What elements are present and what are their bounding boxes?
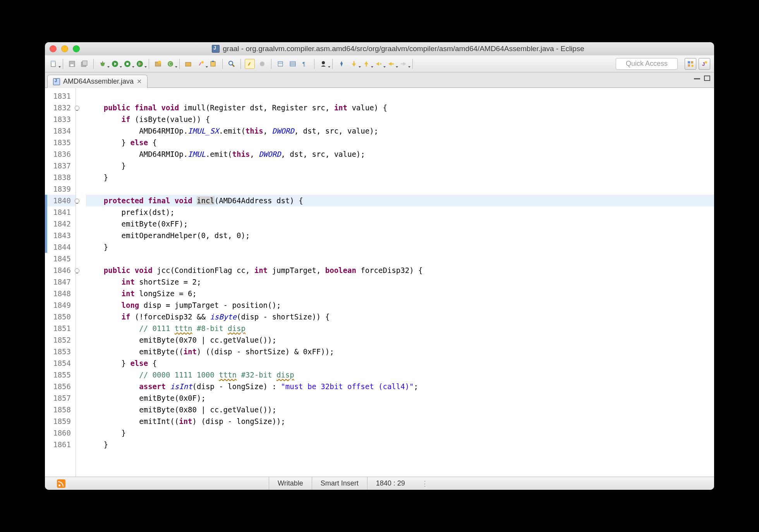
code-line[interactable]: int shortSize = 2;: [86, 276, 714, 288]
fold-toggle-icon[interactable]: [75, 106, 79, 110]
status-overflow-icon[interactable]: ⋮: [421, 479, 429, 488]
code-line[interactable]: prefix(dst);: [86, 206, 714, 218]
line-number[interactable]: 1851: [45, 323, 76, 334]
code-line[interactable]: if (isByte(value)) {: [86, 113, 714, 125]
code-line[interactable]: emitByte((int) ((disp - shortSize) & 0xF…: [86, 346, 714, 357]
code-line[interactable]: protected final void incl(AMD64Address d…: [86, 195, 714, 206]
editor-tab[interactable]: AMD64Assembler.java ✕: [47, 75, 148, 88]
code-line[interactable]: public final void imull(Register dst, Re…: [86, 102, 714, 113]
code-line[interactable]: } else {: [86, 357, 714, 369]
line-number[interactable]: 1855: [45, 369, 76, 381]
code-line[interactable]: }: [86, 241, 714, 253]
line-number[interactable]: 1859: [45, 415, 76, 427]
code-line[interactable]: emitByte(0x80 | cc.getValue());: [86, 404, 714, 415]
line-number[interactable]: 1856: [45, 381, 76, 392]
code-line[interactable]: }: [86, 172, 714, 183]
code-line[interactable]: assert isInt(disp - longSize) : "must be…: [86, 381, 714, 392]
line-number[interactable]: 1834: [45, 125, 76, 137]
forward-button[interactable]: [398, 59, 409, 69]
line-number[interactable]: 1857: [45, 392, 76, 404]
working-set-button[interactable]: [318, 59, 328, 69]
code-line[interactable]: emitOperandHelper(0, dst, 0);: [86, 230, 714, 241]
zoom-window-button[interactable]: [73, 45, 80, 52]
toggle-mark-occurrences-button[interactable]: [245, 59, 255, 69]
close-window-button[interactable]: [50, 45, 57, 52]
code-line[interactable]: [86, 90, 714, 102]
code-line[interactable]: [86, 253, 714, 264]
line-number[interactable]: 1860: [45, 427, 76, 439]
run-button[interactable]: [110, 59, 120, 69]
line-number[interactable]: 1839: [45, 183, 76, 195]
line-number[interactable]: 1835: [45, 137, 76, 148]
minimize-editor-button[interactable]: [694, 76, 700, 79]
line-number[interactable]: 1861: [45, 439, 76, 450]
line-number[interactable]: 1846: [45, 264, 76, 276]
fold-toggle-icon[interactable]: [75, 199, 79, 203]
line-number[interactable]: 1849: [45, 299, 76, 311]
code-line[interactable]: AMD64RMIOp.IMUL_SX.emit(this, DWORD, dst…: [86, 125, 714, 137]
code-line[interactable]: }: [86, 427, 714, 439]
line-number[interactable]: 1858: [45, 404, 76, 415]
open-perspective-button[interactable]: [685, 58, 696, 70]
tab-close-button[interactable]: ✕: [137, 78, 142, 85]
line-number[interactable]: 1837: [45, 160, 76, 172]
line-number[interactable]: 1842: [45, 218, 76, 230]
code-line[interactable]: emitByte(0x70 | cc.getValue());: [86, 334, 714, 346]
rss-icon[interactable]: [57, 479, 65, 488]
maximize-editor-button[interactable]: [704, 76, 710, 81]
code-line[interactable]: public void jcc(ConditionFlag cc, int ju…: [86, 264, 714, 276]
prev-annotation-button[interactable]: [361, 59, 371, 69]
next-annotation-button[interactable]: [349, 59, 359, 69]
line-number[interactable]: 1841: [45, 206, 76, 218]
code-line[interactable]: } else {: [86, 137, 714, 148]
code-line[interactable]: emitInt((int) (disp - longSize));: [86, 415, 714, 427]
toggle-block-selection-button[interactable]: [257, 59, 267, 69]
line-number[interactable]: 1836: [45, 148, 76, 160]
search-button[interactable]: [227, 59, 237, 69]
line-number[interactable]: 1833: [45, 113, 76, 125]
line-number[interactable]: 1840: [45, 195, 76, 206]
code-line[interactable]: emitByte(0x0F);: [86, 392, 714, 404]
line-number[interactable]: 1847: [45, 276, 76, 288]
pin-editor-button[interactable]: [337, 59, 347, 69]
external-run-button[interactable]: [135, 59, 145, 69]
code-line[interactable]: AMD64RMIOp.IMUL.emit(this, DWORD, dst, s…: [86, 148, 714, 160]
open-type-button[interactable]: [184, 59, 194, 69]
line-number[interactable]: 1854: [45, 357, 76, 369]
line-number[interactable]: 1852: [45, 334, 76, 346]
save-button[interactable]: [67, 59, 77, 69]
code-line[interactable]: }: [86, 160, 714, 172]
new-java-project-button[interactable]: [153, 59, 163, 69]
code-area[interactable]: public final void imull(Register dst, Re…: [76, 88, 714, 477]
code-line[interactable]: }: [86, 439, 714, 450]
line-number[interactable]: 1838: [45, 172, 76, 183]
debug-button[interactable]: [98, 59, 108, 69]
paragraph-button[interactable]: ¶: [300, 59, 310, 69]
fold-toggle-icon[interactable]: [75, 268, 79, 273]
line-number-gutter[interactable]: 1831183218331834183518361837183818391840…: [45, 88, 76, 477]
last-edit-location-button[interactable]: [374, 59, 384, 69]
save-all-button[interactable]: [79, 59, 89, 69]
coverage-button[interactable]: [122, 59, 132, 69]
code-line[interactable]: if (!forceDisp32 && isByte(disp - shortS…: [86, 311, 714, 323]
line-number[interactable]: 1850: [45, 311, 76, 323]
line-number[interactable]: 1853: [45, 346, 76, 357]
open-task-button[interactable]: [196, 59, 206, 69]
line-number[interactable]: 1832: [45, 102, 76, 113]
back-button[interactable]: [386, 59, 396, 69]
code-line[interactable]: [86, 183, 714, 195]
line-number[interactable]: 1844: [45, 241, 76, 253]
new-wizard-button[interactable]: [49, 59, 59, 69]
line-number[interactable]: 1843: [45, 230, 76, 241]
code-line[interactable]: long disp = jumpTarget - position();: [86, 299, 714, 311]
line-number[interactable]: 1845: [45, 253, 76, 264]
code-line[interactable]: // 0000 1111 1000 tttn #32-bit disp: [86, 369, 714, 381]
show-whitespace-button[interactable]: [275, 59, 285, 69]
quick-access-input[interactable]: Quick Access: [616, 58, 678, 70]
code-line[interactable]: emitByte(0xFF);: [86, 218, 714, 230]
toggle-breadcrumb-button[interactable]: [288, 59, 298, 69]
new-class-button[interactable]: C: [165, 59, 175, 69]
code-line[interactable]: int longSize = 6;: [86, 288, 714, 299]
code-line[interactable]: // 0111 tttn #8-bit disp: [86, 323, 714, 334]
line-number[interactable]: 1848: [45, 288, 76, 299]
